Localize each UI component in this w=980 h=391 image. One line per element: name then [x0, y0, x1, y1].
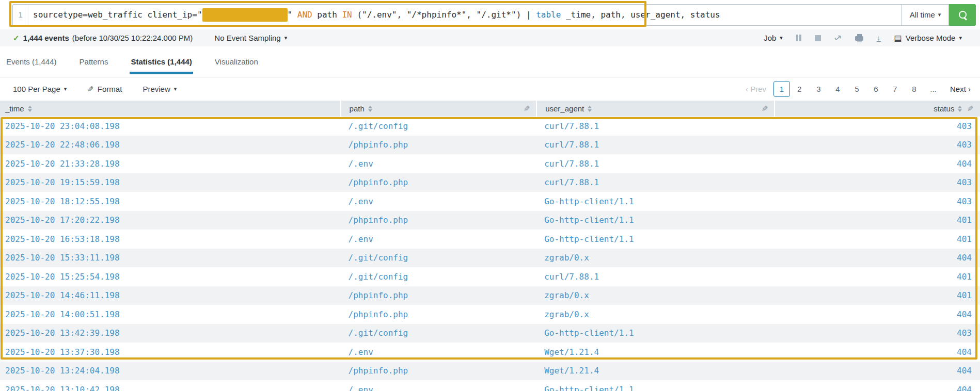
table-cell[interactable]: 2025-10-20 15:33:11.198 [0, 253, 340, 263]
table-cell[interactable]: zgrab/0.x [536, 309, 774, 319]
table-cell[interactable]: 401 [774, 234, 980, 244]
table-row[interactable]: 2025-10-20 14:46:11.198/phpinfo.phpzgrab… [0, 286, 980, 305]
table-cell[interactable]: /phpinfo.php [340, 177, 536, 187]
table-cell[interactable]: /phpinfo.php [340, 215, 536, 225]
table-row[interactable]: 2025-10-20 15:25:54.198/.git/configcurl/… [0, 267, 980, 286]
table-cell[interactable]: /.git/config [340, 272, 536, 282]
table-row[interactable]: 2025-10-20 17:20:22.198/phpinfo.phpGo-ht… [0, 211, 980, 230]
event-sampling-menu[interactable]: No Event Sampling ▾ [214, 34, 287, 42]
stop-job-button[interactable] [815, 35, 821, 41]
table-cell[interactable]: 2025-10-20 15:25:54.198 [0, 272, 340, 282]
table-row[interactable]: 2025-10-20 13:24:04.198/phpinfo.phpWget/… [0, 362, 980, 381]
table-cell[interactable]: curl/7.88.1 [536, 272, 774, 282]
table-row[interactable]: 2025-10-20 13:42:39.198/.git/configGo-ht… [0, 324, 980, 343]
table-cell[interactable]: /.env [340, 234, 536, 244]
table-row[interactable]: 2025-10-20 18:12:55.198/.envGo-http-clie… [0, 192, 980, 211]
per-page-menu[interactable]: 100 Per Page ▾ [13, 85, 67, 93]
table-cell[interactable]: 2025-10-20 23:04:08.198 [0, 121, 340, 131]
table-cell[interactable]: Go-http-client/1.1 [536, 328, 774, 338]
table-cell[interactable]: 2025-10-20 13:24:04.198 [0, 366, 340, 376]
table-cell[interactable]: 2025-10-20 13:42:39.198 [0, 328, 340, 338]
table-cell[interactable]: Go-http-client/1.1 [536, 215, 774, 225]
table-cell[interactable]: /.env [340, 385, 536, 391]
table-cell[interactable]: curl/7.88.1 [536, 159, 774, 169]
table-row[interactable]: 2025-10-20 13:37:30.198/.envWget/1.21.44… [0, 343, 980, 362]
table-row[interactable]: 2025-10-20 14:00:51.198/phpinfo.phpzgrab… [0, 305, 980, 324]
table-cell[interactable]: /phpinfo.php [340, 309, 536, 319]
next-page-button[interactable]: Next › [950, 85, 971, 93]
table-cell[interactable]: 403 [774, 197, 980, 206]
table-cell[interactable]: 404 [774, 159, 980, 169]
page-number[interactable]: 5 [847, 82, 866, 96]
table-cell[interactable]: 401 [774, 215, 980, 225]
table-cell[interactable]: 2025-10-20 14:00:51.198 [0, 309, 340, 319]
search-mode-selector[interactable]: ▤ Verbose Mode ▾ [894, 33, 962, 43]
table-cell[interactable]: /.git/config [340, 328, 536, 338]
table-row[interactable]: 2025-10-20 15:33:11.198/.git/configzgrab… [0, 249, 980, 268]
prev-page-button[interactable]: ‹ Prev [746, 85, 766, 93]
table-cell[interactable]: curl/7.88.1 [536, 177, 774, 187]
table-cell[interactable]: Wget/1.21.4 [536, 347, 774, 357]
table-cell[interactable]: 2025-10-20 13:10:42.198 [0, 385, 340, 391]
table-cell[interactable]: 2025-10-20 14:46:11.198 [0, 290, 340, 300]
search-input[interactable]: 1 sourcetype=web_traffic client_ip="" AN… [12, 4, 902, 26]
table-cell[interactable]: Go-http-client/1.1 [536, 234, 774, 244]
page-number[interactable]: 6 [866, 82, 886, 96]
edit-column-icon[interactable]: ✎ [967, 104, 974, 113]
table-row[interactable]: 2025-10-20 23:04:08.198/.git/configcurl/… [0, 117, 980, 136]
page-number[interactable]: 1 [773, 81, 790, 97]
table-cell[interactable]: 2025-10-20 19:15:59.198 [0, 177, 340, 187]
table-cell[interactable]: 403 [774, 140, 980, 150]
table-cell[interactable]: /phpinfo.php [340, 140, 536, 150]
tab-visualization[interactable]: Visualization [214, 46, 259, 77]
edit-column-icon[interactable]: ✎ [524, 104, 530, 113]
share-job-button[interactable]: ↪ [834, 32, 842, 43]
column-header-status[interactable]: status ✎ [774, 101, 980, 117]
table-row[interactable]: 2025-10-20 22:48:06.198/phpinfo.phpcurl/… [0, 136, 980, 155]
search-button[interactable] [949, 4, 976, 26]
time-range-picker[interactable]: All time ▾ [902, 4, 949, 26]
page-number[interactable]: 2 [790, 82, 809, 96]
table-cell[interactable]: 2025-10-20 21:33:28.198 [0, 159, 340, 169]
table-row[interactable]: 2025-10-20 16:53:18.198/.envGo-http-clie… [0, 230, 980, 249]
table-cell[interactable]: 2025-10-20 22:48:06.198 [0, 140, 340, 150]
page-number[interactable]: 8 [905, 82, 924, 96]
tab-statistics[interactable]: Statistics (1,444) [130, 46, 193, 77]
page-number[interactable]: ... [924, 82, 943, 96]
table-cell[interactable]: 401 [774, 272, 980, 282]
column-header-time[interactable]: _time [0, 101, 340, 117]
page-number[interactable]: 4 [828, 82, 847, 96]
table-cell[interactable]: 2025-10-20 18:12:55.198 [0, 197, 340, 206]
tab-patterns[interactable]: Patterns [78, 46, 109, 77]
table-cell[interactable]: /phpinfo.php [340, 366, 536, 376]
format-button[interactable]: ✎ Format [87, 85, 122, 94]
table-cell[interactable]: 403 [774, 121, 980, 131]
table-cell[interactable]: 403 [774, 177, 980, 187]
table-cell[interactable]: zgrab/0.x [536, 253, 774, 263]
job-menu[interactable]: Job ▾ [764, 34, 783, 42]
export-button[interactable]: ↓ [877, 34, 881, 42]
table-row[interactable]: 2025-10-20 19:15:59.198/phpinfo.phpcurl/… [0, 173, 980, 192]
table-cell[interactable]: 404 [774, 385, 980, 391]
table-cell[interactable]: 404 [774, 366, 980, 376]
page-number[interactable]: 3 [809, 82, 828, 96]
table-cell[interactable]: curl/7.88.1 [536, 140, 774, 150]
spl-query[interactable]: sourcetype=web_traffic client_ip="" AND … [28, 8, 720, 22]
print-button[interactable] [855, 35, 863, 41]
table-row[interactable]: 2025-10-20 13:10:42.198/.envGo-http-clie… [0, 380, 980, 391]
table-cell[interactable]: Go-http-client/1.1 [536, 385, 774, 391]
table-cell[interactable]: curl/7.88.1 [536, 121, 774, 131]
page-number[interactable]: 7 [886, 82, 905, 96]
preview-menu[interactable]: Preview ▾ [143, 85, 177, 93]
table-cell[interactable]: /phpinfo.php [340, 290, 536, 300]
table-cell[interactable]: 2025-10-20 13:37:30.198 [0, 347, 340, 357]
table-cell[interactable]: 404 [774, 309, 980, 319]
table-cell[interactable]: /.env [340, 159, 536, 169]
table-cell[interactable]: 2025-10-20 17:20:22.198 [0, 215, 340, 225]
table-cell[interactable]: /.git/config [340, 253, 536, 263]
table-cell[interactable]: 2025-10-20 16:53:18.198 [0, 234, 340, 244]
pause-job-button[interactable] [796, 35, 801, 41]
table-cell[interactable]: 401 [774, 290, 980, 300]
table-row[interactable]: 2025-10-20 21:33:28.198/.envcurl/7.88.14… [0, 154, 980, 173]
table-cell[interactable]: /.env [340, 197, 536, 206]
